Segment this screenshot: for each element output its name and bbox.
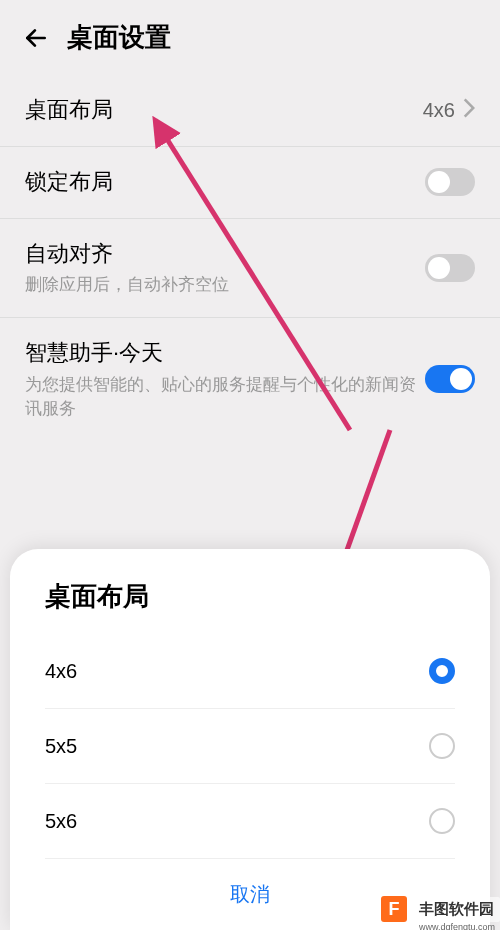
sheet-option-4x6[interactable]: 4x6: [45, 634, 455, 709]
setting-assistant-sublabel: 为您提供智能的、贴心的服务提醒与个性化的新闻资讯服务: [25, 373, 425, 421]
toggle-lock[interactable]: [425, 168, 475, 196]
setting-layout-value: 4x6: [423, 99, 455, 122]
radio-selected-icon: [429, 658, 455, 684]
setting-layout[interactable]: 桌面布局 4x6: [0, 75, 500, 147]
sheet-option-label: 5x5: [45, 735, 77, 758]
setting-lock: 锁定布局: [0, 147, 500, 219]
watermark: F 丰图软件园: [381, 896, 500, 922]
sheet-option-5x5[interactable]: 5x5: [45, 709, 455, 784]
layout-picker-sheet: 桌面布局 4x6 5x5 5x6 取消: [10, 549, 490, 930]
sheet-option-5x6[interactable]: 5x6: [45, 784, 455, 859]
setting-assistant-label: 智慧助手·今天: [25, 338, 425, 369]
setting-align: 自动对齐 删除应用后，自动补齐空位: [0, 219, 500, 319]
page-header: 桌面设置: [0, 0, 500, 75]
page-title: 桌面设置: [67, 20, 171, 55]
back-icon[interactable]: [20, 22, 52, 54]
setting-align-label: 自动对齐: [25, 239, 425, 270]
radio-unselected-icon: [429, 733, 455, 759]
watermark-url: www.dgfengtu.com: [419, 922, 495, 930]
chevron-right-icon: [463, 98, 475, 122]
setting-assistant: 智慧助手·今天 为您提供智能的、贴心的服务提醒与个性化的新闻资讯服务: [0, 318, 500, 440]
setting-align-sublabel: 删除应用后，自动补齐空位: [25, 273, 425, 297]
sheet-title: 桌面布局: [45, 579, 455, 614]
watermark-logo-icon: F: [381, 896, 407, 922]
sheet-option-label: 4x6: [45, 660, 77, 683]
radio-unselected-icon: [429, 808, 455, 834]
toggle-assistant[interactable]: [425, 365, 475, 393]
setting-lock-label: 锁定布局: [25, 167, 425, 198]
setting-layout-label: 桌面布局: [25, 95, 423, 126]
sheet-option-label: 5x6: [45, 810, 77, 833]
settings-list: 桌面布局 4x6 锁定布局 自动对齐 删除应用后，自动补齐空位 智慧助手·今天 …: [0, 75, 500, 441]
watermark-text: 丰图软件园: [413, 897, 500, 922]
toggle-align[interactable]: [425, 254, 475, 282]
